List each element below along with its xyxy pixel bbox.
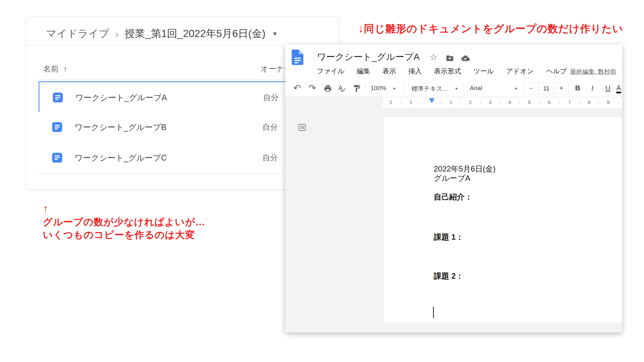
ruler-number: 1	[408, 99, 414, 105]
ruler-tick	[441, 101, 441, 104]
ruler-tick	[618, 101, 619, 104]
file-owner: 自分	[263, 92, 279, 103]
bold-button[interactable]: B	[575, 84, 580, 92]
ruler: 2 1 1 2 3 4 5 6 7 8 9	[285, 97, 622, 108]
breadcrumb-current-folder[interactable]: 授業_第1回_2022年5月6日(金)	[125, 27, 265, 41]
ruler-tick	[599, 101, 599, 104]
paint-format-icon[interactable]	[353, 84, 361, 93]
menu-view[interactable]: 表示	[383, 67, 396, 76]
first-line-indent-marker[interactable]	[430, 98, 434, 100]
google-docs-file-icon	[52, 153, 62, 163]
editor-area: 2022年5月6日(金) グループA 自己紹介： 課題 1： 課題 2：	[285, 108, 622, 332]
doc-line-group: グループA	[434, 173, 470, 183]
google-docs-file-icon	[53, 92, 63, 102]
doc-line-task1: 課題 1：	[434, 232, 463, 242]
file-owner: 自分	[262, 122, 278, 132]
document-title[interactable]: ワークシート_グループA	[317, 51, 420, 63]
caret-down-icon[interactable]: ▾	[455, 86, 458, 91]
file-name: ワークシート_グループC	[75, 153, 167, 163]
annotation-left-line1: グループの数が少なければよいが…	[43, 216, 205, 228]
underline-button[interactable]: U	[605, 84, 611, 92]
caret-down-icon[interactable]: ▾	[393, 86, 395, 91]
move-to-folder-icon[interactable]	[446, 54, 454, 62]
column-name-label: 名前	[43, 64, 59, 74]
annotation-left: ↑ グループの数が少なければよいが… いくつものコピーを作るのは大変	[43, 201, 205, 241]
menu-addons[interactable]: アドオン	[506, 67, 534, 76]
zoom-select[interactable]: 100%	[371, 85, 386, 92]
ruler-tick	[401, 101, 401, 104]
menu-bar: ファイル 編集 表示 挿入 表示形式 ツール アドオン ヘルプ	[317, 66, 567, 77]
text-cursor	[433, 307, 434, 318]
decrease-font-size-button[interactable]: −	[524, 85, 539, 92]
ruler-number: 5	[526, 99, 533, 105]
ruler-tick	[559, 101, 560, 104]
column-header-name[interactable]: 名前 ↑	[43, 64, 67, 74]
ruler-tick	[480, 101, 481, 104]
spellcheck-icon[interactable]	[337, 84, 346, 93]
annotation-top: ↓同じ雛形のドキュメントをグループの数だけ作りたい	[358, 22, 623, 36]
menu-format[interactable]: 表示形式	[434, 67, 461, 76]
cloud-saved-icon[interactable]	[461, 54, 470, 62]
menu-help[interactable]: ヘルプ	[546, 67, 567, 76]
ruler-tick	[519, 101, 520, 104]
sort-ascending-icon[interactable]: ↑	[63, 64, 67, 74]
increase-font-size-button[interactable]: +	[554, 85, 569, 92]
divider	[365, 84, 365, 93]
font-family-select[interactable]: Arial	[470, 85, 482, 92]
doc-line-self-introduction: 自己紹介：	[434, 192, 472, 202]
ruler-number: 4	[507, 99, 513, 105]
menu-insert[interactable]: 挿入	[408, 67, 422, 76]
screenshot-root: マイドライブ › 授業_第1回_2022年5月6日(金) ▾ 名前 ↑ オーナー…	[0, 0, 644, 362]
redo-icon[interactable]: ↷	[308, 82, 316, 94]
font-size-input[interactable]: 11	[539, 83, 554, 94]
docs-window: ワークシート_グループA ☆ ファイル 編集 表示 挿入 表示形式 ツール アド…	[285, 44, 622, 332]
file-owner: 自分	[262, 153, 278, 163]
folder-menu-caret-icon[interactable]: ▾	[273, 30, 277, 38]
ruler-tick	[539, 101, 540, 104]
docs-toolbar: ↶ ↷ 100% ▾ 標準テキス... ▾ Arial ▾ − 11	[285, 80, 622, 97]
divider	[464, 84, 464, 93]
print-icon[interactable]	[324, 84, 332, 93]
ruler-number: 2	[388, 99, 394, 105]
ruler-number: 2	[467, 99, 474, 105]
ruler-tick	[579, 101, 580, 104]
font-size-control: − 11 +	[524, 82, 569, 94]
ruler-number: 1	[448, 99, 454, 105]
last-edit-link[interactable]: 最終編集: 数秒前	[570, 68, 616, 76]
breadcrumb-root[interactable]: マイドライブ	[46, 27, 109, 41]
chevron-right-icon: ›	[115, 28, 119, 39]
google-docs-file-icon	[52, 122, 62, 132]
menu-file[interactable]: ファイル	[317, 67, 345, 76]
left-indent-marker[interactable]	[430, 100, 434, 103]
ruler-number: 7	[566, 99, 573, 105]
google-docs-app-icon[interactable]	[292, 50, 303, 65]
paragraph-style-select[interactable]: 標準テキス...	[412, 85, 448, 93]
ruler-number: 6	[546, 99, 553, 105]
doc-line-date: 2022年5月6日(金)	[434, 164, 496, 174]
breadcrumb: マイドライブ › 授業_第1回_2022年5月6日(金) ▾	[46, 26, 277, 42]
annotation-up-arrow: ↑	[43, 201, 205, 216]
doc-line-task2: 課題 2：	[434, 271, 463, 281]
caret-down-icon[interactable]: ▾	[515, 86, 517, 91]
menu-tools[interactable]: ツール	[473, 67, 494, 76]
ruler-tick	[500, 101, 500, 104]
italic-button[interactable]: I	[591, 84, 593, 92]
document-outline-icon[interactable]	[298, 123, 307, 132]
ruler-tick	[421, 101, 421, 104]
ruler-number: 3	[487, 99, 493, 105]
text-color-button[interactable]: A	[616, 84, 621, 93]
ruler-tick	[461, 101, 461, 104]
ruler-number: 9	[605, 99, 611, 105]
menu-edit[interactable]: 編集	[357, 67, 370, 76]
divider	[404, 84, 404, 93]
undo-icon[interactable]: ↶	[293, 82, 301, 94]
star-icon[interactable]: ☆	[430, 53, 438, 62]
document-page[interactable]: 2022年5月6日(金) グループA 自己紹介： 課題 1： 課題 2：	[383, 116, 622, 323]
file-name: ワークシート_グループB	[75, 122, 166, 133]
ruler-number: 8	[586, 99, 592, 105]
annotation-left-line2: いくつものコピーを作るのは大変	[43, 228, 205, 241]
file-name: ワークシート_グループA	[75, 92, 167, 103]
